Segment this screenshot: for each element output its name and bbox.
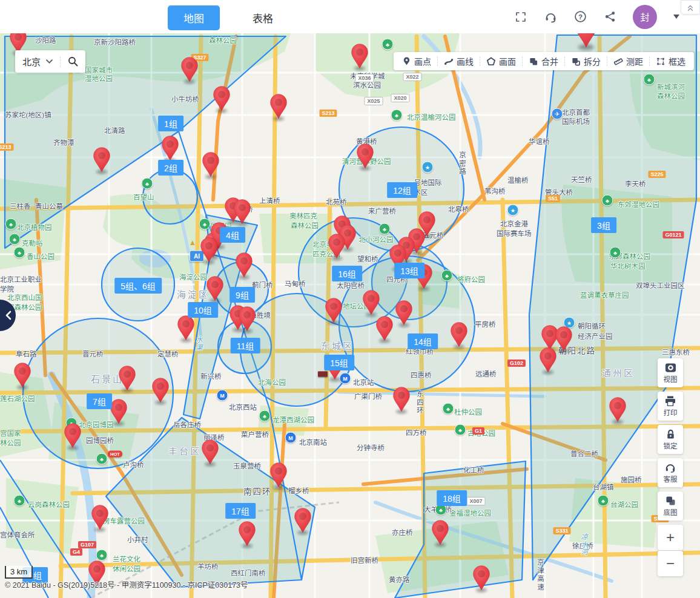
copyright: © 2021 Baidu - GS(2019)5218号 - 甲测资字11009… — [5, 579, 248, 590]
pin-icon — [402, 56, 411, 66]
basemap-button[interactable]: 底图 — [658, 491, 683, 521]
city-selector[interactable]: 北京 — [15, 50, 85, 73]
tab-map[interactable]: 地图 — [168, 5, 220, 30]
draw-line-button[interactable]: 画线 — [438, 55, 480, 67]
headset-icon[interactable] — [544, 10, 557, 24]
box-select-button[interactable]: 框选 — [650, 55, 692, 67]
tab-table[interactable]: 表格 — [237, 5, 289, 30]
chevron-double-up-icon — [686, 3, 695, 12]
group-badge[interactable]: 4组 — [220, 227, 245, 243]
group-badge[interactable]: 15组 — [324, 355, 354, 370]
draw-area-button[interactable]: 画面 — [480, 55, 522, 67]
chevron-down-icon — [46, 59, 53, 64]
group-badge[interactable]: 3组 — [591, 217, 616, 233]
merge-icon — [529, 57, 538, 66]
search-icon[interactable] — [68, 56, 78, 67]
svg-text:?: ? — [578, 13, 582, 21]
group-badge[interactable]: 9组 — [229, 287, 255, 303]
group-badge[interactable]: 11组 — [231, 338, 260, 353]
group-badge[interactable]: 2组 — [158, 160, 183, 176]
group-badge[interactable]: 13组 — [394, 263, 424, 278]
printer-icon — [665, 396, 676, 406]
app-window: 地图 表格 ? 封 — [0, 0, 700, 598]
box-select-icon — [656, 57, 665, 66]
group-badges-layer: 1组2组3组4组5组、6组7组8组9组10组11组12组13组14组15组16组… — [0, 33, 700, 598]
share-icon[interactable] — [603, 10, 616, 24]
help-icon[interactable]: ? — [573, 10, 587, 24]
view-icon — [665, 363, 676, 373]
chevron-down-icon[interactable] — [673, 15, 679, 19]
group-badge[interactable]: 16组 — [332, 266, 362, 281]
group-badge[interactable]: 17组 — [225, 503, 256, 519]
topbar-actions: ? 封 — [514, 0, 679, 33]
group-badge[interactable]: 12组 — [387, 182, 417, 198]
lock-icon — [665, 429, 676, 439]
group-badge[interactable]: 18组 — [437, 490, 467, 506]
customer-service-button[interactable]: 客服 — [658, 458, 683, 487]
fullscreen-icon[interactable] — [514, 10, 527, 24]
draw-point-button[interactable]: 画点 — [396, 55, 437, 67]
view-mode-button[interactable]: 视图 — [658, 358, 683, 387]
group-badge[interactable]: 7组 — [87, 393, 112, 409]
split-icon — [571, 57, 581, 66]
side-toolbar: 视图 打印 锁定 客服 底图 + − — [658, 358, 683, 577]
zoom-in-button[interactable]: + — [658, 525, 683, 550]
split-button[interactable]: 拆分 — [565, 55, 607, 67]
print-button[interactable]: 打印 — [658, 392, 683, 421]
polygon-icon — [486, 57, 496, 66]
group-badge[interactable]: 10组 — [188, 302, 218, 318]
chevron-left-icon — [4, 310, 12, 321]
headset-icon — [665, 462, 676, 473]
layers-icon — [665, 496, 676, 506]
group-badge[interactable]: 1组 — [158, 116, 183, 131]
group-badge[interactable]: 14组 — [408, 334, 438, 349]
view-tabs: 地图 表格 — [168, 5, 289, 30]
polyline-icon — [444, 57, 454, 66]
map-scale: 3 km — [5, 566, 33, 579]
merge-button[interactable]: 合并 — [523, 55, 564, 67]
city-name[interactable]: 北京 — [22, 55, 41, 68]
map-canvas[interactable]: 沙阳路京新沙阳路桥森林公园小牛坊桥北清路齐物潭苏家坨(地区)镇国家城市湿地公园未… — [0, 33, 700, 598]
group-badge[interactable]: 5组、6组 — [114, 278, 162, 294]
zoom-out-button[interactable]: − — [658, 551, 683, 576]
lock-button[interactable]: 锁定 — [658, 425, 683, 454]
top-bar: 地图 表格 ? 封 — [0, 0, 700, 33]
ruler-icon — [613, 57, 623, 66]
measure-button[interactable]: 测距 — [607, 55, 649, 67]
draw-toolbar: 画点 画线 画面 合并 拆分 测距 — [394, 52, 694, 70]
avatar[interactable]: 封 — [633, 5, 657, 29]
collapse-topbar-button[interactable] — [681, 0, 700, 15]
